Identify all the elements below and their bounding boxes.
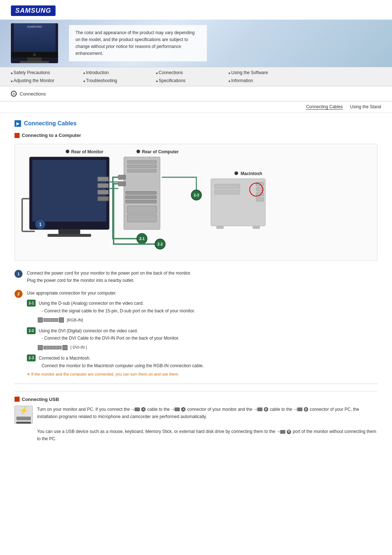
usb-letter-b-2: B: [304, 407, 308, 412]
svg-rect-24: [126, 196, 156, 199]
rgb-label: [RGB-IN]: [67, 317, 83, 324]
step-2-badge: 2: [15, 290, 23, 298]
section-divider: [15, 384, 377, 384]
usb-connector-b-port: ⊣: [294, 406, 302, 413]
svg-rect-19: [127, 165, 156, 168]
svg-rect-5: [98, 183, 109, 188]
breadcrumb-icon: O: [11, 91, 17, 97]
nav-grid: Safety Precautions Introduction Connecti…: [11, 69, 381, 84]
svg-rect-43: [253, 226, 260, 229]
step-1-text: Connect the power cord for your monitor …: [27, 270, 191, 284]
instruction-2: 2 Use appropriate connection for your co…: [15, 289, 377, 378]
svg-text:2-2: 2-2: [158, 242, 163, 246]
main-content: ▶ Connecting Cables Connecting to a Comp…: [0, 113, 392, 450]
svg-rect-42: [216, 226, 224, 229]
nav-specifications[interactable]: Specifications: [156, 77, 229, 84]
svg-text:Macintosh: Macintosh: [241, 171, 262, 176]
svg-text:1: 1: [39, 222, 42, 227]
svg-rect-8: [58, 230, 80, 234]
svg-rect-20: [127, 169, 156, 172]
usb-icon-area: ⚡ Turn on your monitor and PC. If you co…: [15, 406, 377, 443]
usb-paragraph-1: Turn on your monitor and PC. If you conn…: [37, 406, 377, 421]
svg-rect-25: [126, 200, 156, 203]
dvi-label: [ DVI-IN ]: [70, 344, 87, 351]
svg-rect-4: [98, 177, 109, 181]
sub-badge-2-2: 2-2: [27, 327, 36, 334]
breadcrumb: O Connections: [0, 86, 392, 101]
svg-rect-21: [118, 175, 126, 179]
nav-connections[interactable]: Connections: [156, 69, 229, 76]
svg-text:Rear of Computer: Rear of Computer: [142, 149, 179, 154]
subsection-text: Connecting to a Computer: [22, 133, 81, 138]
usb-section: Connecting USB ⚡ Turn on your monitor an…: [15, 391, 377, 443]
nav-introduction[interactable]: Introduction: [83, 69, 156, 76]
subsection-icon: [15, 133, 20, 138]
svg-rect-40: [215, 184, 240, 189]
usb-letter-a-1: A: [141, 407, 146, 412]
step-2-text: Use appropriate connection for your comp…: [27, 289, 204, 378]
instructions-list: 1 Connect the power cord for your monito…: [15, 270, 377, 378]
usb-symbol-icon: ⚡: [19, 406, 28, 415]
nav-safety-precautions[interactable]: Safety Precautions: [11, 69, 83, 76]
usb-connector-b-port-2: ⊣: [277, 429, 285, 435]
usb-section-icon: [15, 397, 20, 402]
svg-point-32: [234, 171, 238, 175]
svg-rect-27: [127, 215, 156, 222]
usb-text-area: Turn on your monitor and PC. If you conn…: [37, 406, 377, 443]
sub-text-2-3: Connected to a Macintosh. Connect the mo…: [38, 355, 204, 369]
banner-text-box: The color and appearance of the product …: [69, 25, 207, 62]
sub-text-2-2: Using the DVI (Digital) connector on the…: [38, 327, 179, 342]
svg-rect-3: [32, 160, 106, 222]
section-title: ▶ Connecting Cables: [15, 120, 377, 127]
diagram-area: Rear of Monitor 1 Rear of Computer: [15, 144, 377, 261]
samsung-logo: SAMSUNG: [11, 5, 56, 16]
svg-point-0: [66, 150, 69, 153]
nav-using-software[interactable]: Using the Software: [229, 69, 301, 76]
usb-header: Connecting USB: [15, 397, 377, 402]
usb-section-title: Connecting USB: [22, 397, 59, 402]
sub-text-2-1: Using the D-sub (Analog) connector on th…: [38, 300, 195, 315]
dvi-connector-image: [ DVI-IN ]: [38, 344, 87, 351]
section-title-icon: ▶: [15, 120, 21, 127]
usb-connector-a-cable: ⊣: [131, 406, 140, 413]
svg-rect-22: [118, 182, 126, 186]
connection-note: ※ If the monitor and the computer are co…: [27, 371, 204, 378]
usb-letter-a-2: A: [181, 407, 185, 412]
nav-troubleshooting[interactable]: Troubleshooting: [83, 77, 156, 84]
svg-rect-6: [98, 190, 109, 194]
usb-letter-b-3: B: [287, 430, 291, 434]
usb-cable-graphic: [16, 417, 31, 420]
svg-text:2-3: 2-3: [194, 193, 199, 197]
svg-rect-26: [127, 206, 156, 213]
subnav-using-stand[interactable]: Using the Stand: [350, 104, 381, 110]
svg-rect-9: [48, 234, 91, 237]
page-header: SAMSUNG: [0, 0, 392, 20]
nav-adjusting-monitor[interactable]: Adjusting the Monitor: [11, 77, 83, 84]
usb-connector-a-port: ⊣: [171, 406, 180, 413]
subnav-connecting-cables[interactable]: Connecting Cables: [306, 104, 343, 110]
svg-rect-23: [126, 191, 156, 194]
svg-rect-18: [127, 161, 156, 163]
svg-rect-37: [256, 193, 264, 196]
step-1-badge: 1: [15, 270, 23, 278]
svg-text:2-1: 2-1: [139, 237, 145, 241]
usb-icon-image: ⚡: [15, 406, 33, 424]
usb-base-graphic: [16, 422, 31, 424]
navigation-area: Safety Precautions Introduction Connecti…: [0, 67, 392, 86]
subnav: Connecting Cables Using the Stand: [0, 101, 392, 113]
sub-badge-2-3: 2-3: [27, 355, 36, 361]
rgb-connector-image: [RGB-IN]: [38, 317, 83, 324]
svg-point-15: [136, 150, 140, 153]
usb-letter-b-1: B: [264, 407, 268, 412]
nav-information[interactable]: Information: [229, 77, 301, 84]
banner: SAMSUNG The color and appearance of the …: [0, 20, 392, 67]
svg-rect-7: [98, 197, 109, 201]
subsection-title: Connecting to a Computer: [15, 133, 377, 138]
svg-rect-38: [256, 198, 264, 201]
breadcrumb-text: Connections: [20, 91, 46, 97]
usb-paragraph-2: You can use a USB device such as a mouse…: [37, 428, 377, 443]
section-title-text: Connecting Cables: [24, 120, 77, 127]
svg-rect-41: [215, 190, 240, 194]
banner-monitor-image: SAMSUNG: [11, 23, 58, 63]
usb-connector-b-cable: ⊣: [254, 406, 262, 413]
